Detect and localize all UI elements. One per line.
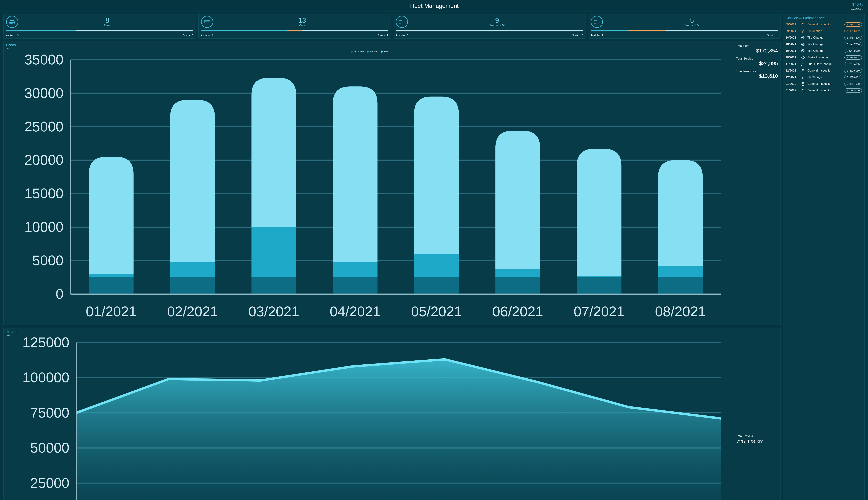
service-row[interactable]: 10/2021 Tire Change S : AK 7018 xyxy=(786,42,862,46)
clock-time: 1:25 xyxy=(850,1,863,8)
costs-title: Costs xyxy=(6,43,733,47)
fleet-available: Available: 1 xyxy=(591,34,603,37)
total-fuel-label: Total Fuel xyxy=(736,44,778,48)
fleet-label: Cars xyxy=(104,24,111,27)
fleet-card-trucks-3-5t[interactable]: 9 Trucks 3.5t Available: 0 Service: 0 xyxy=(393,14,586,38)
service-row[interactable]: 10/2021 Brake Inspection S : PE 0711 xyxy=(786,55,862,59)
travels-panel: Travels in km 02500050000750001000001250… xyxy=(3,328,780,500)
svg-rect-58 xyxy=(577,277,621,294)
clipboard-icon xyxy=(801,69,805,73)
truck-icon xyxy=(591,16,603,28)
service-row[interactable]: 01/2022 General Inspection S : AK 5050 xyxy=(786,88,862,92)
travels-area-chart: 025000500007500010000012500001/202102/20… xyxy=(6,337,733,500)
service-vehicle-tag: S : EO 5050 xyxy=(844,69,862,73)
costs-subtitle: in $ xyxy=(6,47,733,50)
total-insurance-value: $13,610 xyxy=(736,73,778,79)
svg-text:30000: 30000 xyxy=(24,85,64,101)
filter-icon xyxy=(801,62,805,66)
service-row[interactable]: 01/2022 General Inspection S : PE 7018 xyxy=(786,82,862,86)
clock-date: 09/22/2021 xyxy=(850,8,863,10)
fleet-service: Service: 0 xyxy=(572,34,583,37)
svg-rect-44 xyxy=(170,262,215,277)
service-vehicle-tag: S : AK 9960 xyxy=(845,49,862,53)
tire-icon xyxy=(801,49,805,53)
funnel-icon xyxy=(801,29,805,33)
service-vehicle-tag: S : AK 5050 xyxy=(845,88,862,92)
service-row[interactable]: 11/2021 Fuel Filter Change S : TH 4605 xyxy=(786,62,862,66)
service-vehicle-tag: S : EO 0182 xyxy=(844,29,862,33)
fleet-label: Vans xyxy=(299,24,306,27)
service-vehicle-tag: S : AK 7018 xyxy=(845,42,862,46)
service-label: Fuel Filter Change xyxy=(808,62,842,66)
svg-text:05/2021: 05/2021 xyxy=(411,304,462,319)
svg-rect-41 xyxy=(89,274,134,277)
svg-text:5000: 5000 xyxy=(32,253,64,268)
svg-rect-61 xyxy=(658,277,703,294)
fleet-card-cars[interactable]: 8 Cars Available: 3 Service: 0 xyxy=(3,14,196,38)
fleet-label: Trucks 7.5t xyxy=(684,24,700,27)
service-label: General Inspection xyxy=(808,82,842,86)
legend-insurance: Insurance xyxy=(354,50,364,53)
fleet-available: Available: 0 xyxy=(396,34,408,37)
service-vehicle-tag: S : PB 4605 xyxy=(844,36,862,40)
service-maintenance-panel: Service & Maintenance 09/2021 General In… xyxy=(783,14,865,500)
service-row[interactable]: 09/2021 Oil Change S : EO 0182 xyxy=(786,29,862,33)
svg-rect-49 xyxy=(333,277,378,294)
svg-rect-59 xyxy=(577,276,621,277)
service-vehicle-tag: S : TH 4605 xyxy=(845,62,862,66)
total-service-label: Total Service xyxy=(736,57,778,60)
travels-title: Travels xyxy=(6,330,733,334)
clipboard-icon xyxy=(801,82,805,86)
svg-rect-46 xyxy=(252,277,296,294)
fleet-card-vans[interactable]: 13 Vans Available: 6 Service: 1 xyxy=(198,14,391,38)
total-travels-value: 725,428 km xyxy=(736,439,778,444)
service-label: General Inspection xyxy=(808,23,842,26)
service-date: 01/2022 xyxy=(786,89,798,92)
service-label: Oil Change xyxy=(808,76,842,79)
service-label: Brake Inspection xyxy=(808,56,842,59)
svg-text:50000: 50000 xyxy=(30,440,69,456)
total-insurance-label: Total Insurance xyxy=(736,70,778,73)
costs-legend: Insurance Service Fuel xyxy=(6,50,733,53)
fleet-usage-bar xyxy=(396,30,583,32)
truck-icon xyxy=(396,16,408,28)
svg-rect-47 xyxy=(252,227,296,277)
fleet-count: 13 xyxy=(298,16,306,24)
costs-bar-chart: 0500010000150002000025000300003500001/20… xyxy=(6,54,733,323)
svg-rect-53 xyxy=(414,254,459,277)
svg-text:0: 0 xyxy=(56,286,64,302)
svg-rect-62 xyxy=(658,266,703,277)
service-date: 10/2021 xyxy=(786,56,798,59)
service-label: Tire Change xyxy=(808,43,842,46)
service-label: General Inspection xyxy=(808,89,842,92)
svg-text:35000: 35000 xyxy=(24,54,64,67)
fleet-usage-bar xyxy=(6,30,193,32)
svg-text:02/2021: 02/2021 xyxy=(167,304,218,319)
total-fuel-value: $172,854 xyxy=(736,48,778,54)
service-row[interactable]: 12/2021 General Inspection S : EO 5050 xyxy=(786,69,862,73)
travels-total: Total Travels 725,428 km xyxy=(736,330,778,500)
costs-totals: Total Fuel $172,854 Total Service $24,89… xyxy=(736,43,778,323)
service-row[interactable]: 12/2021 Oil Change S : PB 0182 xyxy=(786,75,862,79)
service-date: 11/2021 xyxy=(786,62,798,66)
service-date: 01/2022 xyxy=(786,82,798,86)
clipboard-icon xyxy=(801,88,805,92)
service-row[interactable]: 10/2021 Tire Change S : PB 4605 xyxy=(786,36,862,40)
svg-text:07/2021: 07/2021 xyxy=(574,304,625,319)
total-travels-label: Total Travels xyxy=(736,433,778,438)
fleet-card-trucks-7-5t[interactable]: 5 Trucks 7.5t Available: 1 Service: 1 xyxy=(588,14,781,38)
costs-panel: Costs in $ Insurance Service Fuel 050001… xyxy=(3,41,780,325)
service-date: 12/2021 xyxy=(786,69,798,72)
clock: 1:25 09/22/2021 xyxy=(850,1,863,10)
service-date: 12/2021 xyxy=(786,76,798,79)
travels-subtitle: in km xyxy=(6,334,733,337)
clipboard-icon xyxy=(801,22,805,26)
service-list[interactable]: 09/2021 General Inspection S : PB 2016 0… xyxy=(786,22,862,92)
service-vehicle-tag: S : PB 0182 xyxy=(844,75,862,79)
fleet-count: 5 xyxy=(690,16,694,24)
service-row[interactable]: 09/2021 General Inspection S : PB 2016 xyxy=(786,22,862,26)
svg-text:04/2021: 04/2021 xyxy=(330,304,380,319)
fleet-label: Trucks 3.5t xyxy=(489,24,505,27)
legend-service: Service xyxy=(370,50,377,53)
service-row[interactable]: 10/2021 Tire Change S : AK 9960 xyxy=(786,49,862,53)
